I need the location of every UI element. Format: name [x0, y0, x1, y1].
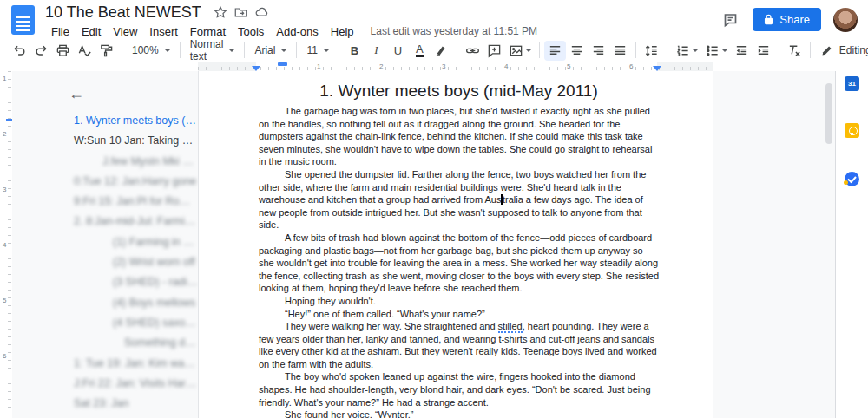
spellcheck-button[interactable]: [74, 41, 95, 61]
outline-item[interactable]: (4 SHED) saxophones, gard…: [12, 313, 198, 333]
text-segment: The boy who'd spoken leaned up against t…: [259, 371, 651, 407]
star-button[interactable]: [210, 3, 231, 22]
chevron-down-icon: [722, 49, 727, 55]
numbered-list-button[interactable]: [672, 41, 701, 61]
first-line-indent-marker[interactable]: [278, 62, 287, 66]
outline-item[interactable]: (4) Boys mellows: [12, 293, 198, 313]
italic-button[interactable]: I: [365, 41, 387, 61]
underline-button[interactable]: U: [387, 41, 409, 61]
close-outline-button[interactable]: ←: [64, 82, 89, 106]
outline-item[interactable]: 2. 8:Jan-mid-Jul: Farming, Te…: [12, 212, 198, 232]
docs-logo-icon[interactable]: [11, 5, 35, 35]
align-right-button[interactable]: [588, 41, 609, 61]
align-center-button[interactable]: [566, 41, 588, 61]
outline-item[interactable]: J:Fri 22: Jan: Visits Harry w Xay: [12, 374, 198, 394]
zoom-select[interactable]: 100%: [127, 41, 175, 61]
text-segment: “Hey!” one of them called. “What's your …: [285, 309, 485, 319]
ruler-number: 1: [317, 62, 320, 70]
insert-image-button[interactable]: [505, 41, 535, 61]
share-button[interactable]: Share: [753, 8, 821, 31]
account-avatar[interactable]: [833, 8, 858, 32]
ruler-number: 3: [442, 62, 445, 70]
print-button[interactable]: [52, 41, 74, 61]
spellcheck-icon: [77, 43, 92, 58]
font-value: Arial: [254, 44, 275, 56]
outline-item[interactable]: 1. Wynter meets boys (mid-M…: [12, 111, 198, 131]
menu-item-view[interactable]: View: [107, 23, 143, 40]
add-comment-button[interactable]: [483, 41, 505, 61]
undo-button[interactable]: [9, 41, 30, 61]
outline-item[interactable]: Sat 23: Jan: [12, 394, 198, 414]
tasks-icon[interactable]: [845, 172, 859, 186]
outline-item[interactable]: 1: Tue 19: Jan: Kim wants Xay…: [12, 354, 198, 374]
menu-item-help[interactable]: Help: [325, 23, 360, 40]
document-title-field[interactable]: 10 The Beat NEWEST: [45, 3, 201, 22]
ruler-number: 5: [567, 62, 570, 70]
share-label: Share: [779, 13, 810, 26]
ruler-number: 4: [3, 241, 6, 249]
outline-item[interactable]: Something didn't trigge…: [12, 333, 198, 353]
paragraph[interactable]: The garbage bag was torn in two places, …: [259, 105, 659, 168]
paragraph[interactable]: Hoping they wouldn't.: [259, 295, 659, 308]
header: 10 The Beat NEWEST FileEditViewInsertFor…: [0, 0, 868, 39]
outline-item[interactable]: (1) Farming in May contex…: [12, 232, 198, 252]
outline-item[interactable]: 0:Tue 12: Jan:Harry gone: [12, 172, 198, 192]
keep-icon[interactable]: [845, 123, 859, 138]
document-page[interactable]: 1. Wynter meets boys (mid-May 2011) The …: [198, 71, 713, 418]
menu-item-add-ons[interactable]: Add-ons: [270, 23, 324, 40]
menu-item-file[interactable]: File: [45, 23, 76, 40]
paragraph[interactable]: “Hey!” one of them called. “What's your …: [259, 308, 659, 321]
document-status-button[interactable]: [252, 3, 273, 22]
align-justify-button[interactable]: [609, 41, 631, 61]
ruler-number: 2: [3, 130, 6, 138]
document-body[interactable]: The garbage bag was torn in two places, …: [259, 105, 659, 418]
paragraph[interactable]: She found her voice. “Wynter.”: [259, 408, 659, 418]
comment-history-button[interactable]: [720, 10, 740, 29]
font-size-select[interactable]: 11: [301, 41, 333, 61]
line-spacing-icon: [644, 43, 659, 58]
increase-indent-button[interactable]: [753, 41, 774, 61]
editing-mode-select[interactable]: Editing: [815, 41, 868, 61]
paragraph[interactable]: The boy who'd spoken leaned up against t…: [259, 370, 659, 408]
document-heading[interactable]: 1. Wynter meets boys (mid-May 2011): [259, 80, 659, 102]
menu-item-format[interactable]: Format: [184, 23, 232, 40]
paragraph[interactable]: They were walking her way. She straighte…: [259, 320, 659, 370]
vertical-ruler[interactable]: 123456: [0, 71, 12, 418]
decrease-indent-icon: [734, 43, 749, 58]
outline-item[interactable]: (3 SHED) - radio, games…: [12, 272, 198, 292]
decrease-indent-button[interactable]: [731, 41, 753, 61]
text-segment: The garbage bag was torn in two places, …: [259, 106, 652, 167]
insert-link-button[interactable]: [462, 41, 483, 61]
styles-select[interactable]: Normal text: [185, 41, 240, 61]
highlight-color-button[interactable]: [431, 41, 452, 61]
move-button[interactable]: [231, 3, 252, 22]
outline-item[interactable]: W:Sun 10 Jan: Taking stock: [12, 131, 198, 151]
ruler-number: 6: [3, 352, 6, 360]
ruler-ticks: [198, 67, 713, 70]
font-select[interactable]: Arial: [249, 41, 292, 61]
misspelled-word: stilled: [498, 321, 523, 333]
horizontal-ruler[interactable]: 123456: [198, 62, 713, 71]
image-icon: [509, 43, 523, 58]
bold-button[interactable]: B: [344, 41, 365, 61]
calendar-icon[interactable]: 31: [845, 76, 859, 91]
line-spacing-button[interactable]: [641, 41, 662, 61]
paint-format-button[interactable]: [95, 41, 117, 61]
menu-item-edit[interactable]: Edit: [76, 23, 107, 40]
align-left-button[interactable]: [544, 41, 566, 61]
menu-item-tools[interactable]: Tools: [232, 23, 270, 40]
paragraph[interactable]: She opened the dumpster lid. Farther alo…: [259, 168, 659, 232]
bulleted-list-button[interactable]: [701, 41, 731, 61]
vertical-scrollbar[interactable]: [825, 83, 832, 144]
menu-item-insert[interactable]: Insert: [143, 23, 184, 40]
outline-item[interactable]: 9:Fri 15: Jan:Pl for Roman; Co…: [12, 192, 198, 212]
last-edit-link[interactable]: Last edit was yesterday at 11:51 PM: [371, 25, 538, 37]
outline-item[interactable]: (2) Wrist worn off: [12, 252, 198, 272]
back-arrow-icon: ←: [69, 85, 84, 103]
outline-item[interactable]: J.few Mystn Mki Cousins bwce: [12, 152, 198, 172]
paragraph[interactable]: A few bits of trash had blown against th…: [259, 232, 659, 295]
text-segment: A few bits of trash had blown against th…: [259, 232, 659, 293]
text-color-button[interactable]: A: [409, 41, 431, 61]
clear-formatting-button[interactable]: [784, 41, 806, 61]
redo-button[interactable]: [30, 41, 52, 61]
